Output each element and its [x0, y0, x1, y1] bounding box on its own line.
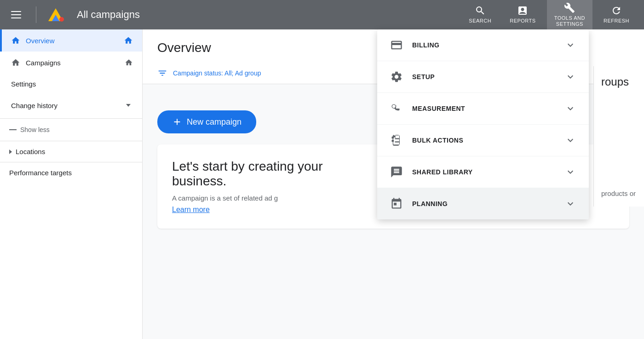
new-campaign-button[interactable]: New campaign [157, 110, 256, 133]
campaign-card-title: Let's start by creating your business. [172, 159, 356, 189]
measurement-label: MEASUREMENT [412, 105, 465, 112]
dropdown-item-measurement[interactable]: MEASUREMENT [377, 93, 589, 125]
sidebar-locations-label: Locations [16, 148, 45, 155]
sidebar-item-performance-targets[interactable]: Performance targets [0, 164, 142, 181]
top-nav: All campaigns SEARCH REPORTS TOOLS ANDSE… [0, 0, 644, 29]
tools-nav-label: TOOLS ANDSETTINGS [554, 15, 585, 27]
sidebar: Overview Campaigns Settings [0, 29, 143, 339]
svg-point-2 [59, 17, 64, 22]
app-title: All campaigns [77, 9, 140, 21]
svg-rect-5 [395, 138, 399, 139]
dropdown-item-setup[interactable]: SETUP [377, 61, 589, 93]
measurement-chevron-icon [565, 103, 576, 114]
logo-icon [47, 7, 64, 22]
sidebar-divider-2 [0, 141, 142, 141]
dropdown-item-billing[interactable]: BILLING [377, 29, 589, 61]
billing-label: BILLING [412, 41, 440, 49]
reports-icon [517, 5, 528, 16]
bulk-actions-icon [390, 134, 403, 147]
reports-nav-button[interactable]: REPORTS [502, 1, 543, 28]
planning-label: PLANNING [412, 200, 448, 207]
campaigns-icon [11, 58, 20, 67]
dropdown-item-shared-library[interactable]: SHARED LIBRARY [377, 156, 589, 188]
sidebar-divider-3 [0, 162, 142, 162]
sidebar-overview-label: Overview [26, 37, 55, 45]
nav-left: All campaigns [7, 6, 461, 23]
refresh-icon [611, 5, 622, 16]
setup-icon [390, 70, 403, 83]
setup-label: SETUP [412, 73, 435, 80]
svg-rect-4 [392, 140, 394, 142]
tools-settings-dropdown: BILLING SETUP MEASUR [377, 29, 589, 219]
locations-expand-icon [9, 149, 12, 154]
campaign-card-description: A campaign is a set of related ad g [172, 194, 402, 202]
reports-nav-label: REPORTS [510, 18, 535, 24]
billing-icon [390, 39, 403, 52]
sidebar-performance-targets-label: Performance targets [9, 169, 72, 177]
hamburger-menu[interactable] [7, 7, 25, 22]
campaigns-home-icon [125, 58, 133, 67]
sidebar-item-change-history[interactable]: Change history [0, 94, 142, 116]
planning-chevron-icon [565, 198, 576, 209]
nav-divider [36, 6, 36, 23]
sidebar-item-campaigns[interactable]: Campaigns [0, 52, 142, 74]
billing-chevron-icon [565, 40, 576, 51]
google-ads-logo [47, 7, 64, 22]
bulk-actions-chevron-icon [565, 135, 576, 146]
dropdown-item-bulk-actions[interactable]: BULK ACTIONS [377, 125, 589, 156]
measurement-icon [390, 102, 403, 115]
filter-icon[interactable] [157, 68, 167, 78]
new-campaign-label: New campaign [187, 117, 242, 127]
sidebar-campaigns-label: Campaigns [26, 59, 61, 67]
sidebar-item-overview[interactable]: Overview [0, 29, 142, 52]
sidebar-divider-1 [0, 118, 142, 119]
learn-more-link[interactable]: Learn more [172, 206, 210, 213]
filter-text: Campaign status: All; Ad group [173, 69, 261, 77]
tools-icon [564, 2, 575, 13]
show-less-label: Show less [20, 126, 50, 133]
shared-library-label: SHARED LIBRARY [412, 168, 473, 176]
nav-right: SEARCH REPORTS TOOLS ANDSETTINGS REFRESH [461, 0, 637, 31]
main-layout: Overview Campaigns Settings [0, 29, 644, 339]
search-nav-button[interactable]: SEARCH [461, 1, 499, 28]
right-partial-groups: roups [601, 75, 637, 88]
right-partial-products: products or [601, 190, 637, 197]
sidebar-change-history-label: Change history [11, 102, 58, 109]
tools-settings-nav-button[interactable]: TOOLS ANDSETTINGS [547, 0, 592, 31]
sidebar-item-settings[interactable]: Settings [0, 74, 142, 94]
refresh-nav-button[interactable]: REFRESH [596, 1, 637, 28]
sidebar-item-locations[interactable]: Locations [0, 143, 142, 160]
right-partial-panel: roups products or [593, 66, 644, 207]
svg-rect-3 [392, 137, 394, 139]
shared-library-chevron-icon [565, 167, 576, 178]
show-less-button[interactable]: Show less [0, 121, 142, 139]
svg-rect-6 [395, 141, 399, 142]
shared-library-icon [390, 166, 403, 178]
sidebar-settings-label: Settings [11, 80, 36, 88]
dropdown-item-planning[interactable]: PLANNING [377, 188, 589, 219]
expand-icon [124, 101, 133, 110]
search-nav-label: SEARCH [469, 18, 491, 24]
overview-home-icon [124, 36, 133, 45]
bulk-actions-label: BULK ACTIONS [412, 137, 463, 144]
planning-icon [390, 197, 403, 210]
plus-icon [172, 117, 182, 127]
refresh-nav-label: REFRESH [604, 18, 629, 24]
show-less-icon [9, 129, 17, 130]
search-icon [475, 5, 486, 16]
setup-chevron-icon [565, 71, 576, 82]
overview-icon [11, 36, 20, 45]
